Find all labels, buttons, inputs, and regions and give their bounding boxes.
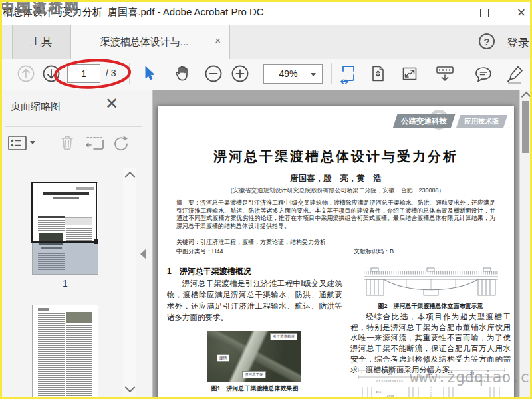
maximize-icon (480, 9, 489, 17)
scrollbar-thumb[interactable] (522, 101, 529, 153)
svg-text:0.5 3 0.5 16 0.5 3 0.5: 0.5 3 0.5 16 0.5 3 0.5 (459, 380, 485, 383)
paper-clc-number: 中图分类号：U44 (176, 247, 223, 256)
fit-page-button[interactable] (367, 63, 388, 84)
visible-area-box[interactable] (31, 182, 97, 243)
pdf-page: 公路交通科技 应用技术版 淠河总干渠渡槽总体设计与受力分析 唐国喜，殷 亮，黄 … (158, 106, 514, 399)
scroll-down-icon[interactable] (125, 382, 136, 393)
hide-toolbar-button[interactable] (431, 63, 459, 84)
section-heading: 1 淠河总干渠渡槽概况 (167, 266, 251, 277)
toolbar-divider (129, 63, 130, 84)
chevron-down-icon (311, 73, 316, 76)
document-scrollbar[interactable] (519, 90, 532, 399)
fit-width-button[interactable] (399, 63, 420, 84)
paper-keywords: 关键词：引江济淮工程；渡槽；方案论证；结构受力分析 (176, 238, 326, 247)
journal-name-ribbon: 公路交通科技 (393, 114, 456, 128)
rotate-pages-button[interactable] (109, 132, 132, 154)
panel-collapse-handle[interactable] (140, 249, 146, 259)
close-button[interactable]: × (507, 0, 532, 25)
paper-title: 淠河总干渠渡槽总体设计与受力分析 (158, 148, 514, 166)
maximize-button[interactable] (469, 0, 499, 25)
minimize-icon (442, 13, 450, 13)
figure1-label-aqueduct: 渡槽 (217, 354, 229, 362)
thumbnail-page-1[interactable] (32, 182, 98, 275)
zoom-level-dropdown[interactable]: 49% (263, 64, 323, 84)
mini-text (66, 325, 92, 399)
paper-authors: 唐国喜，殷 亮，黄 浩 (158, 173, 514, 184)
svg-text:10: 10 (428, 372, 433, 376)
tab-close-icon[interactable]: × (215, 35, 221, 45)
acrobat-window: 槽总体设计与受力分析_唐国喜.pdf - Adobe Acrobat Pro D… (0, 0, 532, 399)
hand-tool-button[interactable] (172, 63, 193, 84)
document-area: 公路交通科技 应用技术版 淠河总干渠渡槽总体设计与受力分析 唐国喜，殷 亮，黄 … (153, 90, 532, 399)
tab-tools[interactable]: 工具 (12, 25, 70, 59)
help-button[interactable]: ? (479, 33, 495, 49)
paper-abstract: 摘 要：淠河总干渠渡槽是引江济淮工程中Ⅰ级交叉建筑物，渡槽除应满足淠河总干渠输水… (176, 200, 495, 230)
page-number-input[interactable] (67, 64, 100, 83)
thumbnails-panel: 页面缩略图 ✕ (0, 90, 153, 399)
thumbnail-options-button[interactable] (5, 132, 39, 154)
figure3-cross-section: 58 24 10 24 0.5 3 0.5 16 0.5 3 0.5 0.5 3… (352, 364, 511, 399)
zoom-out-button[interactable] (203, 64, 223, 84)
svg-text:47.58: 47.58 (387, 394, 394, 398)
highlighter-button[interactable] (503, 63, 528, 86)
tab-document[interactable]: 渠渡槽总体设计与... × (70, 25, 230, 59)
svg-text:24: 24 (470, 372, 475, 376)
divider (5, 126, 142, 127)
toolbar-divider (466, 63, 466, 84)
journal-edition-ribbon: 应用技术版 (456, 115, 507, 128)
panel-close-icon[interactable]: ✕ (105, 96, 118, 112)
figure1-caption: 图1 淠河总干渠渡槽总体效果图 (167, 384, 342, 393)
thumbnail-page-2[interactable] (32, 305, 98, 399)
divider (43, 133, 43, 152)
sign-in-link[interactable]: 登录 (507, 35, 529, 51)
paper-doc-code: 文献标识码：B (354, 247, 394, 256)
insert-pages-button[interactable] (82, 132, 108, 154)
previous-page-button[interactable] (16, 64, 36, 84)
highlight-color-bar (508, 82, 521, 84)
close-icon: × (517, 5, 526, 20)
page-scrolling-view-button[interactable] (336, 63, 359, 85)
delete-pages-button[interactable] (56, 132, 78, 154)
figure1-label-channel: 引江济淮航道 (270, 333, 297, 340)
figure2-caption: 图2 淠河总干渠渡槽总体立面布置示意 (350, 302, 511, 311)
mini-photo (66, 312, 92, 323)
journal-badge: 公路交通科技 应用技术版 (393, 114, 505, 128)
next-page-button[interactable] (41, 64, 61, 84)
divider (0, 160, 152, 160)
paper-affiliation: （安徽省交通规划设计研究总院股份有限公司桥梁二分院，安徽 合肥 230088） (158, 186, 514, 195)
figure2-elevation-drawing (360, 263, 502, 299)
section-paragraph-left: 淠河总干渠渡槽是引江济淮工程中Ⅰ级交叉建筑物，渡槽除应满足淠河总干渠输水、防洪、… (167, 278, 342, 323)
page-total-label: / 3 (106, 68, 116, 78)
main-toolbar: / 3 49% (0, 59, 532, 90)
svg-text:0.5 3 0.5 16 0.5 3 0.5: 0.5 3 0.5 16 0.5 3 0.5 (376, 380, 403, 383)
scroll-up-icon[interactable] (521, 92, 532, 102)
select-tool-button[interactable] (140, 65, 158, 83)
figure1-label-canal: 淠河总干渠 (242, 371, 266, 378)
toolbar-divider (331, 63, 332, 84)
panel-title: 页面缩略图 (11, 100, 61, 113)
svg-text:49.0: 49.0 (376, 390, 382, 394)
zoom-in-button[interactable] (230, 64, 250, 84)
scroll-up-icon[interactable] (125, 172, 136, 182)
minimize-button[interactable] (431, 0, 460, 25)
chevron-down-icon (30, 141, 35, 144)
panel-scrollbar[interactable] (123, 168, 136, 396)
title-bar: 槽总体设计与受力分析_唐国喜.pdf - Adobe Acrobat Pro D… (0, 0, 532, 25)
svg-text:58: 58 (430, 365, 434, 369)
comment-button[interactable] (472, 63, 495, 86)
window-title: 槽总体设计与受力分析_唐国喜.pdf - Adobe Acrobat Pro D… (3, 6, 264, 19)
svg-text:24: 24 (388, 372, 392, 376)
mini-tab (38, 308, 49, 311)
tab-strip: 工具 渠渡槽总体设计与... × ? 登录 (0, 25, 532, 59)
thumbnail-shade (33, 243, 98, 274)
figure1-photo: 引江济淮航道 渡槽 淠河总干渠 (207, 331, 301, 382)
mini-text (38, 313, 65, 399)
thumbnail-page-1-label: 1 (32, 278, 98, 289)
resize-handle[interactable] (94, 239, 98, 244)
